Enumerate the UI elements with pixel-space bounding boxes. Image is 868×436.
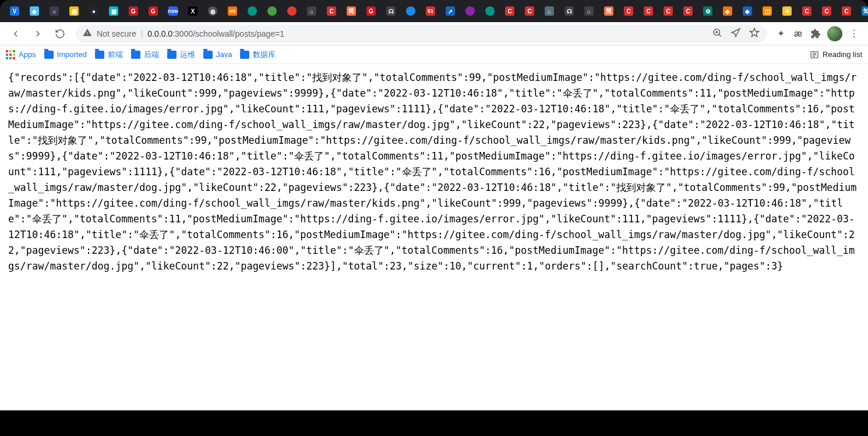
folder-icon: [95, 51, 104, 59]
not-secure-icon: [83, 28, 92, 39]
pinned-tab[interactable]: X: [183, 2, 203, 20]
browser-window: V ◆ ☼ ▣ ● ▦ G G DSM X ◍ mi ⌂ C 简 G ☊ 51 …: [0, 0, 868, 436]
bookmark-label: 数据库: [253, 49, 276, 60]
pinned-tab[interactable]: ◍: [203, 2, 223, 20]
page-content: {"records":[{"date":"2022-03-12T10:46:18…: [0, 64, 868, 410]
json-response-text: {"records":[{"date":"2022-03-12T10:46:18…: [8, 70, 860, 274]
folder-icon: [203, 51, 213, 59]
menu-button[interactable]: ⋮: [848, 28, 860, 40]
pinned-tab[interactable]: ●: [84, 2, 104, 20]
pinned-tab[interactable]: DSM: [163, 2, 183, 20]
pinned-tab[interactable]: ▦: [104, 2, 124, 20]
pinned-tab[interactable]: V: [5, 2, 24, 20]
pinned-tab[interactable]: [262, 2, 282, 20]
pinned-tab[interactable]: G: [124, 2, 143, 20]
pinned-tab[interactable]: [460, 2, 480, 20]
bookmark-folder[interactable]: 前端: [95, 49, 123, 60]
not-secure-label: Not secure: [97, 29, 136, 38]
pinned-tab[interactable]: [401, 2, 421, 20]
apps-shortcut[interactable]: Apps: [6, 50, 36, 59]
pinned-tab[interactable]: C: [837, 2, 856, 20]
pinned-tab[interactable]: C: [500, 2, 520, 20]
pinned-tab[interactable]: [282, 2, 302, 20]
pinned-tab[interactable]: 简: [599, 2, 619, 20]
omnibox[interactable]: Not secure | 0.0.0.0:3000/schoolwall/pos…: [76, 25, 767, 42]
pinned-tab[interactable]: 简: [341, 2, 361, 20]
pinned-tab[interactable]: ⌂: [302, 2, 322, 20]
pinned-tab[interactable]: ◆: [718, 2, 738, 20]
extension-icon[interactable]: ✦: [775, 28, 786, 40]
bookmarks-bar: Apps Imported前端后端运维Java数据库 Reading list: [0, 45, 868, 64]
pinned-tab[interactable]: ☼: [44, 2, 64, 20]
pinned-tab[interactable]: ☊: [559, 2, 579, 20]
back-button[interactable]: [6, 24, 26, 44]
bookmark-star-icon[interactable]: [749, 27, 760, 40]
pinned-tab[interactable]: C: [817, 2, 837, 20]
folder-icon: [131, 51, 140, 59]
folder-icon: [240, 51, 249, 59]
pinned-tab[interactable]: C: [520, 2, 539, 20]
bookmark-label: Imported: [57, 50, 87, 59]
tab-strip: V ◆ ☼ ▣ ● ▦ G G DSM X ◍ mi ⌂ C 简 G ☊ 51 …: [0, 0, 868, 22]
pinned-tab[interactable]: G: [143, 2, 163, 20]
profile-avatar[interactable]: [827, 26, 842, 41]
bookmark-label: 运维: [180, 49, 195, 60]
send-icon[interactable]: [731, 27, 741, 40]
bookmark-folder[interactable]: 运维: [167, 49, 195, 60]
pinned-tab[interactable]: mi: [223, 2, 242, 20]
pinned-tab[interactable]: ◆: [738, 2, 757, 20]
zoom-icon[interactable]: [712, 27, 722, 40]
pinned-tab[interactable]: ➚: [440, 2, 460, 20]
pinned-tabs: V ◆ ☼ ▣ ● ▦ G G DSM X ◍ mi ⌂ C 简 G ☊ 51 …: [5, 0, 868, 22]
pinned-tab[interactable]: C: [678, 2, 698, 20]
pinned-tab[interactable]: ⌂: [579, 2, 599, 20]
pinned-tab[interactable]: 51: [421, 2, 440, 20]
pinned-tab[interactable]: ◆: [24, 2, 44, 20]
extension-icons: ✦ æ ⋮: [772, 26, 862, 41]
forward-button[interactable]: [28, 24, 48, 44]
pinned-tab[interactable]: [242, 2, 262, 20]
pinned-tab[interactable]: ☊: [381, 2, 401, 20]
pinned-tab[interactable]: C: [619, 2, 638, 20]
pinned-tab[interactable]: C: [797, 2, 817, 20]
pinned-tab[interactable]: ◫: [757, 2, 777, 20]
bookmark-folder[interactable]: Imported: [44, 49, 87, 60]
pinned-tab[interactable]: G: [361, 2, 381, 20]
reading-list-button[interactable]: Reading list: [810, 50, 862, 59]
bookmark-folder[interactable]: 数据库: [240, 49, 276, 60]
pinned-tab[interactable]: C: [638, 2, 658, 20]
pinned-tab[interactable]: 知: [856, 2, 868, 20]
bookmark-label: 前端: [108, 49, 123, 60]
bookmark-label: Java: [216, 50, 232, 59]
folder-icon: [44, 51, 54, 59]
extensions-puzzle-icon[interactable]: [810, 28, 821, 40]
pinned-tab[interactable]: ▣: [64, 2, 84, 20]
bookmark-folder[interactable]: Java: [203, 49, 232, 60]
apps-grid-icon: [6, 50, 15, 59]
pinned-tab[interactable]: ⌂: [539, 2, 559, 20]
separator: |: [141, 29, 143, 38]
url-text: 0.0.0.0:3000/schoolwall/posts/page=1: [147, 29, 284, 38]
pinned-tab[interactable]: [480, 2, 500, 20]
address-bar: Not secure | 0.0.0.0:3000/schoolwall/pos…: [0, 22, 868, 45]
pinned-tab[interactable]: C: [322, 2, 341, 20]
pinned-tab[interactable]: ☀: [777, 2, 797, 20]
pinned-tab[interactable]: C: [658, 2, 678, 20]
bookmark-folder[interactable]: 后端: [131, 49, 159, 60]
reload-button[interactable]: [50, 24, 70, 44]
folder-icon: [167, 51, 177, 59]
pinned-tab[interactable]: ⚙: [698, 2, 718, 20]
extension-icon[interactable]: æ: [792, 28, 804, 40]
bookmark-label: 后端: [144, 49, 159, 60]
